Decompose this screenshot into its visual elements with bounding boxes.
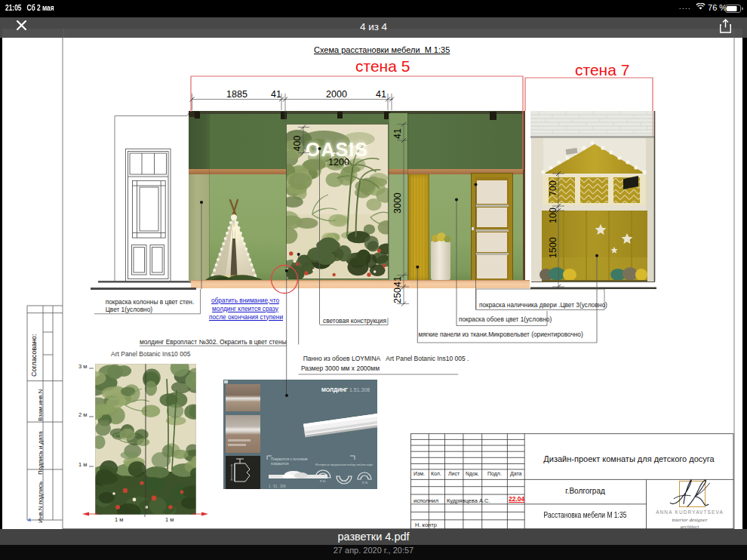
svg-text:2000: 2000 bbox=[326, 89, 347, 100]
svg-text:41: 41 bbox=[271, 89, 281, 100]
svg-text:1 . 51 . 309: 1 . 51 . 309 bbox=[269, 485, 286, 488]
svg-text:700: 700 bbox=[548, 180, 558, 196]
svg-text:R 30: R 30 bbox=[320, 480, 325, 483]
svg-text:1885: 1885 bbox=[226, 89, 247, 100]
svg-text:250: 250 bbox=[392, 288, 403, 303]
svg-text:R 30: R 30 bbox=[362, 482, 367, 485]
svg-text:покрасится: покрасится bbox=[271, 462, 289, 466]
svg-text:Интересно предлагаем выбор люб: Интересно предлагаем выбор любого вариан… bbox=[315, 463, 373, 466]
svg-text:R 30: R 30 bbox=[341, 480, 346, 483]
svg-text:41: 41 bbox=[392, 276, 403, 287]
svg-text:41: 41 bbox=[392, 128, 403, 139]
svg-text:3000: 3000 bbox=[392, 192, 403, 214]
svg-text:400: 400 bbox=[292, 136, 303, 152]
svg-text:1500: 1500 bbox=[548, 237, 558, 258]
svg-text:Покрасится с потолком: Покрасится с потолком bbox=[271, 457, 307, 461]
svg-text:41: 41 bbox=[376, 89, 386, 100]
svg-text:1200: 1200 bbox=[328, 157, 349, 168]
svg-text:100: 100 bbox=[548, 208, 558, 223]
